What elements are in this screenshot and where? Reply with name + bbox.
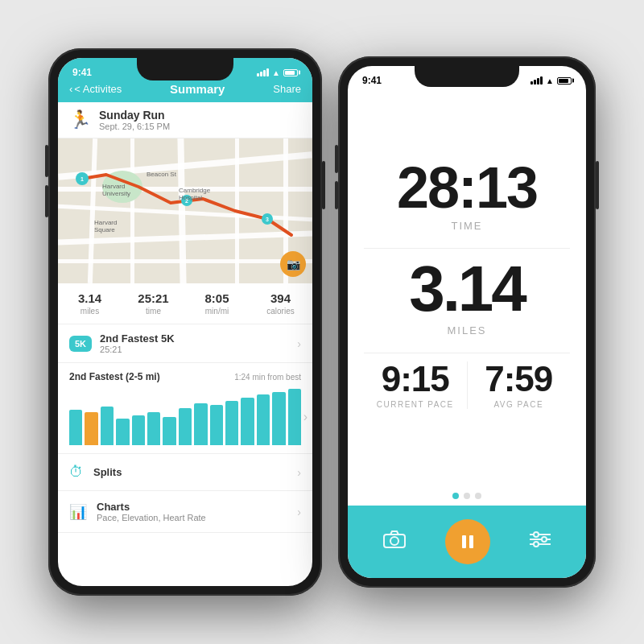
distance-block: 3.14 MILES bbox=[364, 257, 570, 353]
back-button[interactable]: ‹ < Activites bbox=[69, 83, 122, 95]
svg-point-15 bbox=[534, 542, 539, 547]
workout-distance-display: 3.14 bbox=[364, 257, 570, 321]
stat-calories-value: 394 bbox=[249, 291, 312, 305]
camera-bottom-button[interactable] bbox=[383, 530, 406, 553]
avg-pace-block: 7:59 AVG PACE bbox=[468, 361, 571, 409]
chart-bar-12 bbox=[257, 394, 270, 445]
pause-button[interactable] bbox=[445, 519, 490, 564]
chevron-right-icon: › bbox=[297, 337, 301, 350]
map-area: 1 2 3 HarvardUniversity HarvardSquare Ca… bbox=[58, 138, 312, 283]
stats-row: 3.14 miles 25:21 time 8:05 min/mi 394 ca… bbox=[58, 283, 312, 324]
wifi-icon-left: ▲ bbox=[272, 68, 280, 77]
back-icon: ‹ bbox=[69, 83, 72, 95]
activity-subtitle: Sept. 29, 6:15 PM bbox=[99, 122, 170, 131]
chart-bar-8 bbox=[194, 403, 207, 445]
svg-point-13 bbox=[534, 532, 539, 537]
chart-chevron-icon: › bbox=[303, 410, 308, 424]
chart-bar-14 bbox=[288, 389, 301, 445]
run-icon: 🏃 bbox=[69, 109, 91, 130]
chevron-splits-icon: › bbox=[297, 466, 301, 479]
stat-time: 25:21 time bbox=[122, 291, 185, 316]
badge-sub: 25:21 bbox=[100, 345, 297, 354]
chart-bar-13 bbox=[272, 392, 285, 445]
chevron-charts-icon: › bbox=[297, 506, 301, 518]
camera-button[interactable]: 📷 bbox=[280, 251, 306, 277]
badge-row[interactable]: 5K 2nd Fastest 5K 25:21 › bbox=[58, 324, 312, 363]
chart-section: 2nd Fastest (2-5 mi) 1:24 min from best … bbox=[58, 363, 312, 454]
avg-pace-value: 7:59 bbox=[468, 361, 571, 397]
pace-row: 9:15 CURRENT PACE 7:59 AVG PACE bbox=[364, 361, 570, 417]
stat-miles-value: 3.14 bbox=[58, 291, 122, 305]
stat-pace: 8:05 min/mi bbox=[185, 291, 249, 316]
svg-rect-9 bbox=[469, 535, 473, 548]
chart-bar-5 bbox=[147, 412, 160, 445]
chart-bar-10 bbox=[225, 401, 238, 445]
chart-bar-1 bbox=[85, 412, 97, 445]
chart-title: 2nd Fastest (2-5 mi) bbox=[69, 371, 160, 382]
workout-distance-label: MILES bbox=[364, 324, 570, 336]
chart-bar-2 bbox=[101, 407, 114, 445]
avg-pace-label: AVG PACE bbox=[468, 400, 571, 409]
chart-bar-11 bbox=[241, 398, 254, 445]
time-block: 28:13 TIME bbox=[364, 159, 570, 249]
back-label: < Activites bbox=[74, 83, 122, 95]
splits-row[interactable]: ⏱ Splits › bbox=[58, 454, 312, 491]
stat-time-value: 25:21 bbox=[122, 291, 185, 305]
svg-point-7 bbox=[390, 537, 398, 545]
charts-title: Charts bbox=[97, 501, 297, 513]
dot-2 bbox=[464, 493, 470, 499]
svg-text:1: 1 bbox=[80, 176, 84, 182]
svg-point-14 bbox=[542, 537, 547, 542]
page-dots bbox=[348, 486, 586, 506]
splits-icon: ⏱ bbox=[69, 464, 84, 481]
dot-3 bbox=[475, 493, 481, 499]
splits-title: Splits bbox=[93, 466, 297, 478]
workout-bottom-bar bbox=[348, 506, 586, 578]
status-time-left: 9:41 bbox=[72, 67, 92, 78]
settings-button[interactable] bbox=[530, 531, 551, 552]
chart-bar-4 bbox=[132, 415, 145, 445]
current-pace-label: CURRENT PACE bbox=[364, 400, 467, 409]
share-button[interactable]: Share bbox=[273, 83, 301, 95]
stat-time-label: time bbox=[122, 307, 185, 316]
status-time-right: 9:41 bbox=[362, 75, 382, 86]
chart-bar-7 bbox=[179, 408, 192, 445]
charts-icon: 📊 bbox=[69, 503, 87, 521]
badge-title: 2nd Fastest 5K bbox=[100, 332, 297, 345]
camera-icon: 📷 bbox=[287, 258, 300, 270]
stat-pace-value: 8:05 bbox=[185, 291, 249, 305]
svg-text:3: 3 bbox=[266, 217, 269, 222]
stat-miles: 3.14 miles bbox=[58, 291, 122, 316]
chart-bar-9 bbox=[210, 405, 223, 445]
charts-sub: Pace, Elevation, Heart Rate bbox=[97, 513, 297, 522]
current-pace-value: 9:15 bbox=[364, 361, 467, 397]
stat-calories: 394 calories bbox=[249, 291, 312, 316]
current-pace-block: 9:15 CURRENT PACE bbox=[364, 361, 468, 409]
chart-bar-3 bbox=[116, 419, 129, 445]
workout-time-label: TIME bbox=[364, 220, 570, 232]
chart-bar-6 bbox=[163, 417, 175, 445]
dot-1 bbox=[452, 493, 459, 499]
svg-rect-8 bbox=[462, 535, 466, 548]
charts-row[interactable]: 📊 Charts Pace, Elevation, Heart Rate › bbox=[58, 491, 312, 533]
activity-title: Sunday Run bbox=[99, 109, 170, 122]
chart-bar-0 bbox=[69, 410, 82, 445]
chart-bars: › bbox=[69, 389, 301, 445]
stat-miles-label: miles bbox=[58, 307, 122, 316]
stat-pace-label: min/mi bbox=[185, 307, 249, 316]
wifi-icon-right: ▲ bbox=[546, 76, 554, 85]
badge-5k: 5K bbox=[69, 336, 92, 352]
header-title: Summary bbox=[170, 82, 225, 96]
chart-subtitle: 1:24 min from best bbox=[234, 373, 301, 382]
workout-time-display: 28:13 bbox=[364, 159, 570, 217]
stat-calories-label: calories bbox=[249, 307, 312, 316]
